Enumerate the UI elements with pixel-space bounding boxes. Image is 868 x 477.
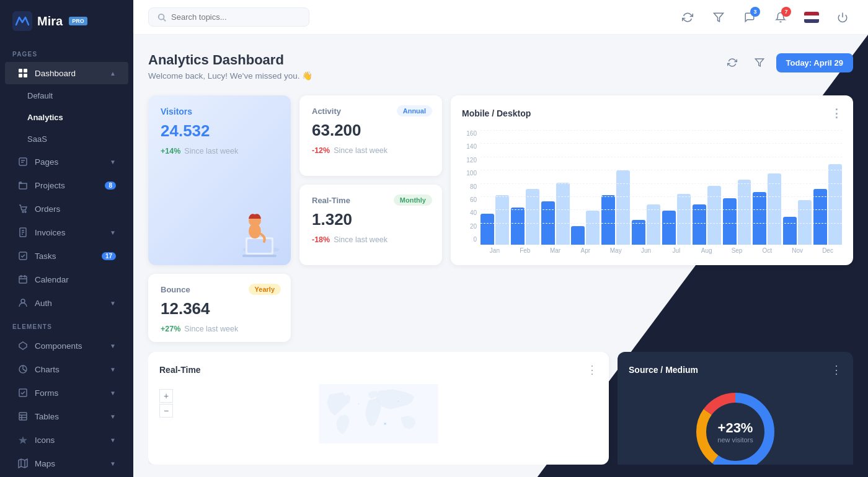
chart-title: Mobile / Desktop [462,108,531,118]
bar-group-oct [753,173,781,245]
auth-chevron: ▼ [110,300,116,307]
charts-label: Charts [35,365,60,374]
sidebar-item-calendar[interactable]: Calendar [5,268,128,291]
bounce-change-pct: +27% [161,325,180,333]
saas-label: SaaS [27,134,47,144]
map-more-btn[interactable]: ⋮ [587,363,598,377]
source-medium-card: Source / Medium ⋮ [618,352,853,465]
bounce-change-label: Since last week [184,325,238,333]
sidebar-item-tables[interactable]: Tables ▼ [5,405,128,427]
dashboard-label: Dashboard [35,69,76,78]
icons-chevron: ▼ [110,437,116,444]
page-subtitle: Welcome back, Lucy! We've missed you. 👋 [148,71,312,81]
sidebar-item-projects[interactable]: Projects 8 [5,174,128,196]
sidebar-item-saas[interactable]: SaaS [5,129,128,149]
realtime-change-pct: -18% [312,235,330,244]
pages-chevron: ▼ [110,159,116,165]
source-card-title: Source / Medium [629,365,698,375]
visitors-value: 24.532 [161,121,278,141]
icons-label: Icons [35,435,55,445]
filter-icon [713,12,724,23]
map-zoom-in[interactable]: + [159,389,173,403]
sidebar-item-icons[interactable]: Icons ▼ [5,429,128,451]
today-btn[interactable]: Today: April 29 [776,53,853,72]
sidebar-item-charts[interactable]: Charts ▼ [5,358,128,380]
sidebar-item-tasks[interactable]: Tasks 17 [5,245,128,267]
svg-marker-32 [714,13,724,22]
power-btn[interactable] [832,7,853,28]
sidebar-item-forms[interactable]: Forms ▼ [5,382,128,404]
page-title: Analytics Dashboard [148,52,312,68]
bar-group-nov [783,200,812,245]
refresh-btn[interactable] [677,7,698,28]
filter-btn[interactable] [708,7,729,28]
bounce-change: +27% Since last week [161,325,278,333]
messages-btn[interactable]: 3 [739,7,760,28]
map-zoom-out[interactable]: − [159,404,173,418]
dark-right-panel: Source / Medium ⋮ [618,352,853,465]
chart-more-btn[interactable]: ⋮ [831,107,842,120]
map-header: Real-Time ⋮ [159,363,598,377]
projects-icon [17,180,29,191]
sidebar-item-dashboard[interactable]: Dashboard ▲ [5,62,128,84]
sidebar-item-analytics[interactable]: Analytics [5,107,128,128]
analytics-label: Analytics [27,113,63,122]
chart-inner: Jan Feb Mar Apr May Jun Jul Aug Sep Oc [480,130,842,254]
auth-label: Auth [35,299,52,308]
bars-area [480,130,842,247]
maps-label: Maps [35,459,55,468]
language-selector[interactable] [801,7,822,28]
invoices-label: Invoices [35,228,66,237]
tasks-label: Tasks [35,252,56,261]
bar-group-feb [511,189,539,245]
header-refresh-btn[interactable] [722,52,743,73]
donut-sub: new visitors [717,436,753,444]
power-icon [837,12,848,23]
sidebar-item-pages[interactable]: Pages ▼ [5,151,128,173]
sidebar-item-orders[interactable]: Orders [5,198,128,220]
visitors-change-label: Since last week [184,147,238,155]
bounce-badge: Yearly [249,284,281,295]
invoices-chevron: ▼ [110,229,116,236]
map-controls: + − [159,389,173,418]
svg-marker-34 [755,59,763,66]
tables-icon [17,411,29,422]
dashboard-icon [17,68,29,79]
tables-label: Tables [35,412,59,421]
invoices-icon [17,227,29,238]
auth-icon [17,297,29,309]
realtime-map-card: Real-Time ⋮ + − [148,352,609,465]
svg-point-45 [398,401,399,402]
tables-chevron: ▼ [110,413,116,420]
page-header-left: Analytics Dashboard Welcome back, Lucy! … [148,52,312,81]
content-wrapper: Analytics Dashboard Welcome back, Lucy! … [133,35,868,477]
sidebar-item-components[interactable]: Components ▼ [5,335,128,357]
sidebar-item-invoices[interactable]: Invoices ▼ [5,221,128,243]
header-filter-btn[interactable] [749,52,770,73]
bounce-value: 12.364 [161,299,278,318]
svg-marker-27 [19,459,27,468]
svg-rect-4 [24,74,27,77]
realtime-value: 1.320 [312,210,430,229]
bottom-section: Real-Time ⋮ + − [148,352,853,465]
bar-group-jul [662,194,691,245]
search-box[interactable] [148,7,309,27]
svg-rect-37 [247,239,272,253]
sidebar-item-default[interactable]: Default [5,85,128,106]
icons-icon [17,434,29,445]
sidebar-item-auth[interactable]: Auth ▼ [5,292,128,314]
svg-rect-3 [19,74,22,77]
svg-rect-2 [24,69,27,72]
notifications-btn[interactable]: 7 [770,7,791,28]
search-input[interactable] [171,12,295,22]
svg-point-44 [358,403,360,405]
sidebar-item-maps[interactable]: Maps ▼ [5,452,128,475]
source-more-btn[interactable]: ⋮ [831,363,842,377]
forms-icon [17,387,29,398]
bar-group-aug [693,186,721,245]
forms-label: Forms [35,388,58,398]
activity-change-pct: -12% [312,146,330,155]
y-axis: 160 140 120 100 80 60 40 20 0 [462,130,480,254]
svg-marker-20 [19,342,27,349]
svg-rect-23 [19,413,27,420]
